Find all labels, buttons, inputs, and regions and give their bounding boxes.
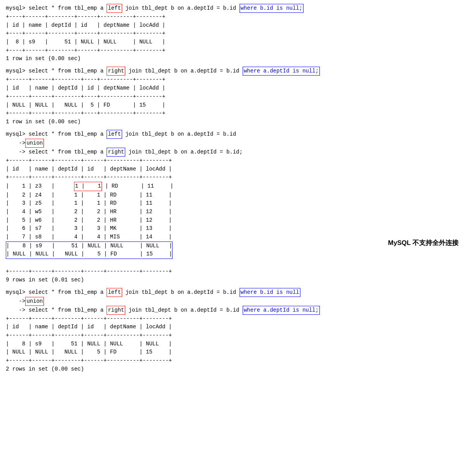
query4-table: +------+------+--------+------+---------… bbox=[6, 315, 470, 365]
page-content: mysql> select * from tbl_emp a left join… bbox=[6, 4, 470, 373]
query3-table-end: +------+------+--------+------+---------… bbox=[6, 259, 470, 276]
left-keyword-2: left bbox=[107, 130, 122, 139]
union-keyword-1: union bbox=[25, 139, 44, 148]
blue-rows-box: | 8 | s9 | 51 | NULL | NULL | NULL | | N… bbox=[6, 241, 172, 259]
query1-prefix: mysql> select * from tbl_emp a left join… bbox=[6, 5, 304, 11]
right-keyword-2: right bbox=[107, 148, 125, 157]
query2-line: mysql> select * from tbl_emp a right joi… bbox=[6, 67, 470, 76]
query2-table: +------+------+--------+----+----------+… bbox=[6, 76, 470, 117]
left-keyword-1: left bbox=[107, 4, 122, 13]
where-clause-4: where a.deptId is null; bbox=[243, 306, 320, 315]
query1-section: mysql> select * from tbl_emp a left join… bbox=[6, 4, 470, 63]
left-keyword-3: left bbox=[107, 288, 122, 297]
blue-rows: | 8 | s9 | 51 | NULL | NULL | NULL | | N… bbox=[6, 242, 172, 259]
where-clause-3: where b.id is null bbox=[240, 288, 300, 297]
where-clause-2: where a.deptId is null; bbox=[243, 67, 320, 76]
query4-line3: -> select * from tbl_emp a right join tb… bbox=[6, 306, 470, 315]
query1-line: mysql> select * from tbl_emp a left join… bbox=[6, 4, 470, 13]
query3-line3: -> select * from tbl_emp a right join tb… bbox=[6, 148, 470, 157]
query2-section: mysql> select * from tbl_emp a right joi… bbox=[6, 67, 470, 126]
query4-line2: ->union bbox=[6, 297, 470, 306]
where-clause-1: where b.id is null; bbox=[240, 4, 304, 13]
query1-table: +----+------+--------+------+----------+… bbox=[6, 13, 470, 55]
mysql-note: MySQL 不支持全外连接 bbox=[388, 238, 459, 247]
query4-section: mysql> select * from tbl_emp a left join… bbox=[6, 288, 470, 373]
query3-line2: ->union bbox=[6, 139, 470, 148]
query3-section: mysql> select * from tbl_emp a left join… bbox=[6, 130, 470, 284]
right-keyword-3: right bbox=[107, 306, 125, 315]
query3-table: +------+------+--------+------+---------… bbox=[6, 157, 470, 241]
query3-line1: mysql> select * from tbl_emp a left join… bbox=[6, 130, 470, 139]
query4-line1: mysql> select * from tbl_emp a left join… bbox=[6, 288, 470, 297]
right-keyword-1: right bbox=[107, 67, 125, 76]
query2-rowcount: 1 row in set (0.00 sec) bbox=[6, 118, 470, 126]
query3-rowcount: 9 rows in set (0.01 sec) bbox=[6, 276, 470, 284]
union-keyword-2: union bbox=[25, 297, 44, 306]
query1-rowcount: 1 row in set (0.00 sec) bbox=[6, 55, 470, 63]
query4-rowcount: 2 rows in set (0.00 sec) bbox=[6, 365, 470, 373]
col-deptid-box: 1 | 1 bbox=[74, 182, 102, 191]
